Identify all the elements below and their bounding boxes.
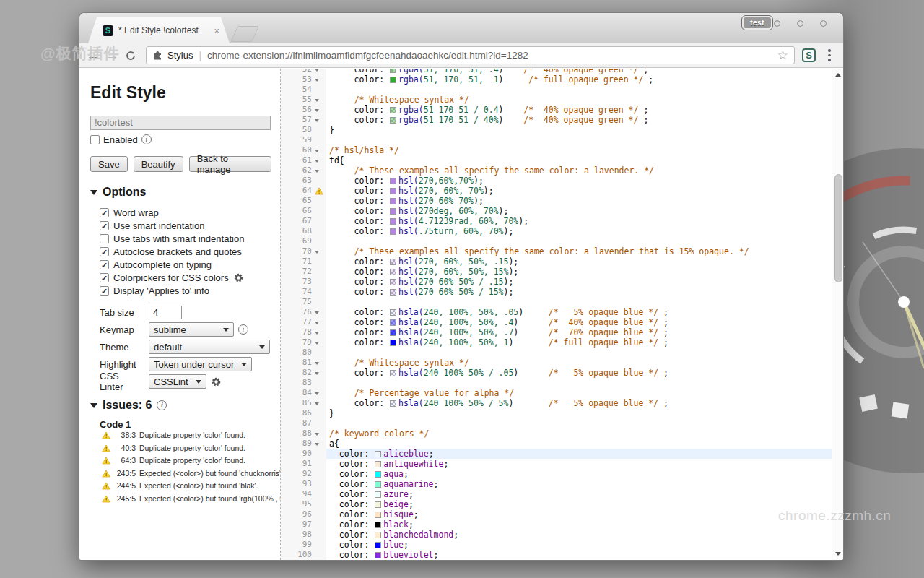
option-checkbox[interactable]: ✓ [100,273,109,282]
color-swatch[interactable] [390,279,396,285]
color-swatch[interactable] [390,198,396,204]
enabled-checkbox[interactable] [90,135,100,144]
option-checkbox[interactable]: ✓ [100,260,109,269]
fold-arrow-icon[interactable] [315,119,319,124]
fold-arrow-icon[interactable] [315,160,319,165]
color-swatch[interactable] [375,501,381,508]
gear-icon[interactable] [233,272,244,283]
fold-arrow-icon[interactable] [315,79,319,84]
window-maximize-button[interactable] [797,20,803,27]
code-editor[interactable]: 52 color: rgba(51, 170, 51, .4) /* 40% o… [281,69,843,560]
color-swatch[interactable] [375,461,381,467]
color-swatch[interactable] [375,481,381,488]
issues-header[interactable]: Issues: 6 i [90,399,271,412]
fold-arrow-icon[interactable] [315,372,319,377]
tab-size-input[interactable]: 4 [149,306,182,319]
fold-arrow-icon[interactable] [315,170,319,175]
color-swatch[interactable] [390,117,396,124]
color-swatch[interactable] [390,77,396,83]
browser-menu-icon[interactable] [823,49,836,61]
option-checkbox[interactable]: ✓ [100,208,109,217]
scrollbar-down-arrow[interactable] [832,548,843,559]
color-swatch[interactable] [390,370,396,376]
test-button[interactable]: test [742,16,772,30]
beautify-button[interactable]: Beautify [134,156,183,172]
option-checkbox[interactable]: ✓ [100,247,109,256]
color-swatch[interactable] [390,188,396,194]
setting-select[interactable]: sublime [149,322,234,337]
fold-arrow-icon[interactable] [315,362,319,367]
editor-scrollbar[interactable] [832,69,843,560]
bookmark-star-icon[interactable]: ☆ [777,48,788,63]
new-tab-button[interactable] [230,26,259,42]
color-swatch[interactable] [375,451,381,457]
fold-arrow-icon[interactable] [315,109,319,114]
setting-select[interactable]: CSSLint [149,374,206,389]
tab-close-icon[interactable]: × [214,25,219,36]
window-minimize-button[interactable] [774,20,780,27]
back-to-manage-button[interactable]: Back to manage [189,156,271,172]
stylus-extension-icon[interactable]: S [802,48,816,62]
scrollbar-thumb[interactable] [834,174,842,282]
fold-arrow-icon[interactable] [315,433,319,438]
line-number: 54 [281,85,315,95]
color-swatch[interactable] [390,340,396,346]
color-swatch[interactable] [375,542,381,548]
fold-arrow-icon[interactable] [315,342,319,347]
color-swatch[interactable] [375,471,381,478]
setting-select[interactable]: default [149,340,270,354]
issue-row[interactable]: !40:3Duplicate property 'color' found. [90,444,271,457]
color-swatch[interactable] [390,228,396,235]
fold-arrow-icon[interactable] [315,150,319,155]
color-swatch[interactable] [390,269,396,275]
info-icon[interactable]: i [238,324,248,335]
fold-arrow-icon[interactable] [315,251,319,256]
issue-row[interactable]: !38:3Duplicate property 'color' found. [90,431,271,444]
color-swatch[interactable] [390,289,396,296]
enabled-info-icon[interactable]: i [141,134,152,144]
issue-row[interactable]: !244:5Expected (<color>) but found 'blak… [90,481,271,494]
select-value: CSSLint [154,376,188,387]
color-swatch[interactable] [390,329,396,336]
save-button[interactable]: Save [90,156,128,172]
back-button[interactable]: ← [84,48,103,64]
color-swatch[interactable] [390,319,396,326]
fold-arrow-icon[interactable] [315,69,319,74]
fold-arrow-icon[interactable] [315,332,319,337]
options-header[interactable]: Options [90,186,271,199]
issue-row[interactable]: !245:5Expected (<color>) but found 'rgb(… [90,494,271,507]
color-swatch[interactable] [390,69,396,73]
scrollbar-up-arrow[interactable] [832,69,843,80]
option-checkbox[interactable]: ✓ [100,286,109,296]
fold-arrow-icon[interactable] [315,402,319,407]
fold-arrow-icon[interactable] [315,99,319,104]
fold-arrow-icon[interactable] [315,322,319,327]
color-swatch[interactable] [375,532,381,538]
color-swatch[interactable] [375,491,381,498]
color-swatch[interactable] [390,107,396,113]
window-close-button[interactable] [820,20,827,27]
color-swatch[interactable] [390,218,396,225]
fold-arrow-icon[interactable] [315,443,319,448]
option-checkbox[interactable]: ✓ [100,221,109,230]
reload-button[interactable] [121,50,140,61]
color-swatch[interactable] [390,178,396,184]
color-swatch[interactable] [390,400,396,407]
setting-select[interactable]: Token under cursor [149,357,252,371]
color-swatch[interactable] [390,208,396,215]
issues-info-icon[interactable]: i [157,400,167,410]
browser-tab[interactable]: S * Edit Style !colortest × [88,17,230,43]
gear-icon[interactable] [211,376,222,387]
issue-row[interactable]: !243:5Expected (<color>) but found 'chuc… [90,469,271,482]
fold-arrow-icon[interactable] [315,311,319,316]
color-swatch[interactable] [390,309,396,316]
color-swatch[interactable] [375,552,381,558]
issue-row[interactable]: !64:3Duplicate property 'color' found. [90,456,271,469]
color-swatch[interactable] [375,512,381,518]
fold-arrow-icon[interactable] [315,392,319,397]
option-checkbox[interactable] [100,234,109,243]
color-swatch[interactable] [390,259,396,265]
color-swatch[interactable] [375,522,381,528]
style-name-input[interactable]: !colortest [90,116,271,130]
url-bar[interactable]: Stylus | chrome-extension://lfnlmiimoamf… [146,46,795,64]
